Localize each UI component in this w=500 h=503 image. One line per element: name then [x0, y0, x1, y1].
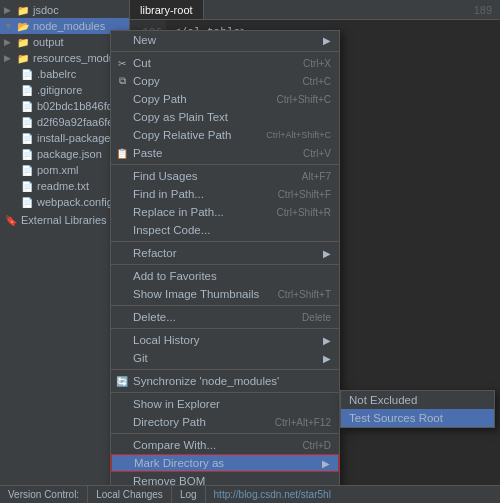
folder-arrow-icon: ▼ [4, 21, 14, 31]
menu-item-delete[interactable]: Delete... Delete [111, 308, 339, 326]
menu-separator-3 [111, 241, 339, 242]
file-icon: 📄 [20, 99, 34, 113]
submenu-arrow-icon: ▶ [323, 335, 331, 346]
submenu-item-not-excluded[interactable]: Not Excluded [341, 391, 494, 409]
menu-separator-7 [111, 369, 339, 370]
submenu-arrow-icon: ▶ [323, 353, 331, 364]
menu-separator-4 [111, 264, 339, 265]
menu-item-replace-in-path[interactable]: Replace in Path... Ctrl+Shift+R [111, 203, 339, 221]
tab-label: library-root [140, 4, 193, 16]
folder-arrow-icon: ▶ [4, 53, 14, 63]
sidebar-item-label: External Libraries [21, 214, 107, 226]
menu-item-show-thumbnails[interactable]: Show Image Thumbnails Ctrl+Shift+T [111, 285, 339, 303]
sidebar-item-jsdoc[interactable]: ▶ 📁 jsdoc [0, 2, 129, 18]
sidebar-item-label: package.json [37, 148, 102, 160]
folder-icon: 📁 [16, 35, 30, 49]
menu-separator-5 [111, 305, 339, 306]
submenu-arrow-icon: ▶ [323, 248, 331, 259]
file-icon: 📄 [20, 67, 34, 81]
menu-item-copy-plain[interactable]: Copy as Plain Text [111, 108, 339, 126]
menu-item-directory-path[interactable]: Directory Path Ctrl+Alt+F12 [111, 413, 339, 431]
sidebar-item-label: b02bdc1b846fd [37, 100, 113, 112]
sidebar-item-label: jsdoc [33, 4, 59, 16]
context-menu: New ▶ ✂ Cut Ctrl+X ⧉ Copy Ctrl+C Copy Pa… [110, 30, 340, 503]
sidebar-item-label: .gitignore [37, 84, 82, 96]
menu-separator-2 [111, 164, 339, 165]
menu-item-git[interactable]: Git ▶ [111, 349, 339, 367]
menu-item-copy[interactable]: ⧉ Copy Ctrl+C [111, 72, 339, 90]
sidebar-item-label: pom.xml [37, 164, 79, 176]
submenu-arrow-icon: ▶ [322, 458, 330, 469]
menu-item-show-in-explorer[interactable]: Show in Explorer [111, 395, 339, 413]
submenu-item-label: Test Sources Root [349, 412, 443, 424]
folder-arrow-icon: ▶ [4, 5, 14, 15]
submenu-item-test-sources[interactable]: Test Sources Root [341, 409, 494, 427]
menu-item-find-usages[interactable]: Find Usages Alt+F7 [111, 167, 339, 185]
sidebar-item-label: install-package.js [37, 132, 121, 144]
file-icon: 📄 [20, 147, 34, 161]
menu-item-copy-path[interactable]: Copy Path Ctrl+Shift+C [111, 90, 339, 108]
menu-separator-9 [111, 433, 339, 434]
file-icon: 📄 [20, 195, 34, 209]
menu-item-inspect-code[interactable]: Inspect Code... [111, 221, 339, 239]
sidebar-item-label: .babelrc [37, 68, 76, 80]
file-icon: 📄 [20, 179, 34, 193]
menu-item-paste[interactable]: 📋 Paste Ctrl+V [111, 144, 339, 162]
submenu-mark-directory: Not Excluded Test Sources Root [340, 390, 495, 428]
menu-separator-8 [111, 392, 339, 393]
status-local-changes[interactable]: Local Changes [88, 486, 172, 503]
file-icon: 📄 [20, 163, 34, 177]
sidebar-item-label: resources_modu [33, 52, 115, 64]
external-libs-icon: 🔖 [4, 213, 18, 227]
menu-separator-6 [111, 328, 339, 329]
folder-icon: 📁 [16, 3, 30, 17]
menu-item-new[interactable]: New ▶ [111, 31, 339, 49]
copy-icon: ⧉ [115, 74, 129, 88]
line-number-display: 189 [204, 4, 500, 16]
sidebar-item-label: d2f69a92faa6fe5 [37, 116, 120, 128]
folder-icon: 📁 [16, 51, 30, 65]
file-icon: 📄 [20, 131, 34, 145]
status-vc-label: Version Control: [8, 489, 79, 500]
file-icon: 📄 [20, 115, 34, 129]
sidebar-item-label: node_modules [33, 20, 105, 32]
submenu-item-label: Not Excluded [349, 394, 417, 406]
menu-separator-1 [111, 51, 339, 52]
status-url-text: http://blog.csdn.net/star5hl [214, 489, 331, 500]
sidebar-item-label: webpack.config. [37, 196, 116, 208]
menu-item-cut[interactable]: ✂ Cut Ctrl+X [111, 54, 339, 72]
paste-icon: 📋 [115, 146, 129, 160]
tab-bar: library-root 189 [130, 0, 500, 20]
menu-item-mark-directory[interactable]: Mark Directory as ▶ [111, 454, 339, 472]
menu-item-add-favorites[interactable]: Add to Favorites [111, 267, 339, 285]
status-version-control[interactable]: Version Control: [0, 486, 88, 503]
menu-item-compare-with[interactable]: Compare With... Ctrl+D [111, 436, 339, 454]
status-bar: Version Control: Local Changes Log http:… [0, 485, 500, 503]
status-log[interactable]: Log [172, 486, 206, 503]
menu-item-local-history[interactable]: Local History ▶ [111, 331, 339, 349]
sync-icon: 🔄 [115, 374, 129, 388]
status-local-label: Local Changes [96, 489, 163, 500]
tab-library-root[interactable]: library-root [130, 0, 204, 19]
sidebar-item-label: output [33, 36, 64, 48]
status-url: http://blog.csdn.net/star5hl [206, 486, 339, 503]
file-icon: 📄 [20, 83, 34, 97]
submenu-arrow-icon: ▶ [323, 35, 331, 46]
menu-item-refactor[interactable]: Refactor ▶ [111, 244, 339, 262]
menu-item-synchronize[interactable]: 🔄 Synchronize 'node_modules' [111, 372, 339, 390]
menu-item-copy-relative[interactable]: Copy Relative Path Ctrl+Alt+Shift+C [111, 126, 339, 144]
cut-icon: ✂ [115, 56, 129, 70]
folder-open-icon: 📂 [16, 19, 30, 33]
menu-item-find-in-path[interactable]: Find in Path... Ctrl+Shift+F [111, 185, 339, 203]
sidebar-item-label: readme.txt [37, 180, 89, 192]
status-log-label: Log [180, 489, 197, 500]
folder-arrow-icon: ▶ [4, 37, 14, 47]
